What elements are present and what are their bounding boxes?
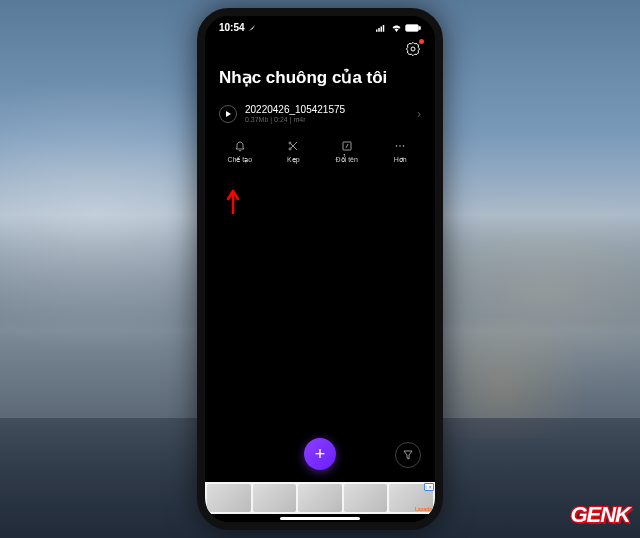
edit-icon xyxy=(341,139,353,153)
file-meta: 0.37Mb | 0:24 | m4r xyxy=(245,116,409,123)
action-more[interactable]: Hơn xyxy=(374,139,428,164)
gear-icon xyxy=(405,41,421,57)
file-name: 20220426_105421575 xyxy=(245,104,409,115)
svg-point-11 xyxy=(400,145,402,147)
phone-frame: 10:54 Nhạc chuông của tôi 20220426_10542… xyxy=(197,8,443,530)
ad-banner[interactable]: i ✕ Lazada xyxy=(205,482,435,514)
svg-rect-3 xyxy=(383,25,385,32)
svg-point-12 xyxy=(403,145,405,147)
ad-product-2[interactable] xyxy=(253,484,297,512)
svg-rect-0 xyxy=(376,29,378,31)
action-clip[interactable]: Kẹp xyxy=(267,139,321,164)
action-rename-label: Đổi tên xyxy=(336,156,358,164)
svg-rect-2 xyxy=(381,26,383,31)
ad-product-1[interactable] xyxy=(207,484,251,512)
bell-icon xyxy=(234,139,246,153)
file-info: 20220426_105421575 0.37Mb | 0:24 | m4r xyxy=(245,104,409,123)
file-item[interactable]: 20220426_105421575 0.37Mb | 0:24 | m4r › xyxy=(205,98,435,129)
svg-point-8 xyxy=(289,148,291,150)
watermark-logo: GENK xyxy=(570,502,630,528)
fab-add-button[interactable]: + xyxy=(304,438,336,470)
ad-brand: Lazada xyxy=(415,506,432,512)
svg-point-10 xyxy=(396,145,398,147)
play-button[interactable] xyxy=(219,105,237,123)
action-create-label: Chế tạo xyxy=(227,156,252,164)
wifi-icon xyxy=(391,24,402,32)
signal-icon xyxy=(376,24,388,32)
svg-point-7 xyxy=(289,142,291,144)
filter-button[interactable] xyxy=(395,442,421,468)
svg-rect-4 xyxy=(406,24,419,31)
arrow-annotation xyxy=(223,189,243,219)
chevron-right-icon: › xyxy=(417,107,421,121)
ad-product-4[interactable] xyxy=(344,484,388,512)
scissors-icon xyxy=(287,139,299,153)
phone-screen: 10:54 Nhạc chuông của tôi 20220426_10542… xyxy=(205,16,435,522)
settings-button[interactable] xyxy=(405,41,421,61)
svg-rect-5 xyxy=(419,26,420,29)
ad-badge[interactable]: i ✕ xyxy=(424,483,435,491)
battery-icon xyxy=(405,24,421,32)
location-icon xyxy=(248,24,256,32)
action-more-label: Hơn xyxy=(394,156,407,164)
status-bar: 10:54 xyxy=(205,16,435,35)
more-icon xyxy=(393,139,407,153)
play-icon xyxy=(226,111,231,117)
settings-badge xyxy=(419,39,424,44)
page-title: Nhạc chuông của tôi xyxy=(205,63,435,98)
plus-icon: + xyxy=(315,444,326,465)
header xyxy=(205,35,435,63)
funnel-icon xyxy=(402,449,414,461)
action-rename[interactable]: Đổi tên xyxy=(320,139,374,164)
action-bar: Chế tạo Kẹp Đổi tên Hơn xyxy=(205,129,435,174)
home-indicator[interactable] xyxy=(280,517,360,520)
ad-product-3[interactable] xyxy=(298,484,342,512)
status-time: 10:54 xyxy=(219,22,245,33)
action-create[interactable]: Chế tạo xyxy=(213,139,267,164)
svg-point-6 xyxy=(411,47,415,51)
svg-rect-1 xyxy=(378,28,380,32)
action-clip-label: Kẹp xyxy=(287,156,300,164)
